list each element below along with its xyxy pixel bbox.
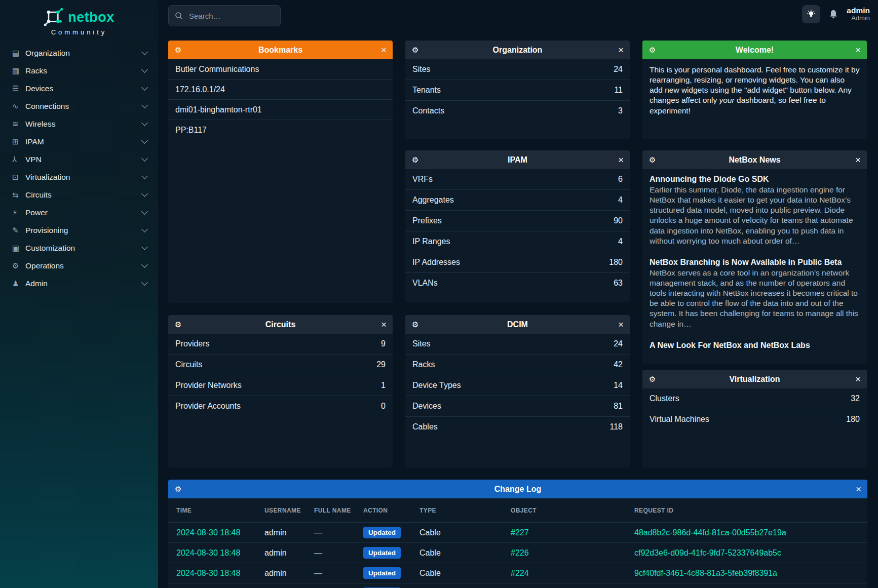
bookmark-item[interactable]: Butler Communications: [168, 59, 393, 80]
theme-toggle-button[interactable]: [802, 5, 820, 23]
stat-row[interactable]: Provider Networks1: [168, 375, 393, 396]
dashboard-column-1: ⚙ Bookmarks × Butler Communications 172.…: [168, 41, 393, 467]
widget-config-icon[interactable]: ⚙: [412, 156, 418, 164]
widget-config-icon[interactable]: ⚙: [649, 156, 656, 164]
stat-row[interactable]: Virtual Machines180: [642, 409, 867, 429]
sidebar-item-ipam[interactable]: ⊞IPAM: [0, 133, 158, 150]
dcim-widget: ⚙ DCIM × Sites24 Racks42 Device Types14 …: [405, 315, 630, 467]
sidebar-item-racks[interactable]: ▦Racks: [0, 62, 158, 80]
widget-close-icon[interactable]: ×: [618, 320, 624, 329]
widget-close-icon[interactable]: ×: [381, 45, 387, 55]
news-headline[interactable]: NetBox Branching is Now Available in Pub…: [650, 258, 860, 267]
welcome-text: This is your personal dashboard. Feel fr…: [642, 59, 867, 122]
search-box[interactable]: [168, 5, 281, 26]
bookmark-item[interactable]: dmi01-binghamton-rtr01: [168, 100, 393, 120]
widget-config-icon[interactable]: ⚙: [412, 46, 418, 54]
change-time-link[interactable]: 2024-08-30 18:48: [176, 569, 240, 577]
widget-title: NetBox News: [642, 155, 867, 165]
news-headline[interactable]: Announcing the Diode Go SDK: [650, 175, 860, 184]
racks-icon: ▦: [12, 66, 25, 75]
stat-row[interactable]: Devices81: [405, 396, 630, 417]
widget-close-icon[interactable]: ×: [856, 484, 861, 494]
stat-row[interactable]: VLANs63: [405, 273, 630, 293]
change-object-link[interactable]: #224: [511, 569, 529, 577]
widget-close-icon[interactable]: ×: [618, 155, 624, 165]
ipam-widget: ⚙ IPAM × VRFs6 Aggregates4 Prefixes90 IP…: [405, 150, 630, 302]
stat-row[interactable]: Aggregates4: [405, 190, 630, 211]
change-object-link[interactable]: #226: [511, 548, 529, 557]
stat-row[interactable]: VRFs6: [405, 169, 630, 190]
widget-config-icon[interactable]: ⚙: [649, 46, 656, 54]
chevron-down-icon: [141, 173, 148, 179]
widget-title: IPAM: [405, 155, 630, 165]
widget-config-icon[interactable]: ⚙: [175, 485, 181, 493]
sidebar-item-operations[interactable]: ⚙Operations: [0, 257, 158, 275]
username: admin: [847, 6, 870, 15]
sidebar-item-virtualization[interactable]: ⊡Virtualization: [0, 168, 158, 186]
dashboard-column-2: ⚙ Organization × Sites24 Tenants11 Conta…: [405, 41, 630, 467]
brand-logo[interactable]: netbox Community: [0, 0, 158, 36]
sidebar-item-connections[interactable]: ∿Connections: [0, 97, 158, 115]
bookmark-item[interactable]: PP:B117: [168, 120, 393, 140]
sidebar-item-wireless[interactable]: ≋Wireless: [0, 115, 158, 133]
stat-row[interactable]: Circuits29: [168, 355, 393, 375]
action-badge[interactable]: Updated: [363, 547, 401, 559]
stat-row[interactable]: Prefixes90: [405, 211, 630, 231]
stat-row[interactable]: Racks42: [405, 355, 630, 375]
widget-close-icon[interactable]: ×: [855, 155, 861, 165]
news-story: Announcing the Diode Go SDK Earlier this…: [642, 169, 867, 252]
changelog-widget-header: ⚙ Change Log ×: [168, 480, 867, 498]
action-badge[interactable]: Updated: [363, 567, 401, 579]
search-input[interactable]: [188, 11, 266, 21]
changelog-header-row: TIME USERNAME FULL NAME ACTION TYPE OBJE…: [168, 498, 867, 523]
widget-close-icon[interactable]: ×: [855, 374, 861, 384]
sidebar-item-power[interactable]: ⚡Power: [0, 204, 158, 221]
widget-close-icon[interactable]: ×: [381, 320, 387, 329]
widget-close-icon[interactable]: ×: [618, 45, 624, 55]
change-time-link[interactable]: 2024-08-30 18:48: [176, 548, 240, 557]
news-headline[interactable]: A New Look For NetBox and NetBox Labs: [650, 341, 860, 350]
change-requestid-link[interactable]: cf92d3e6-d09d-41fc-9fd7-52337649ab5c: [634, 548, 781, 557]
change-fullname: —: [314, 543, 363, 563]
sidebar-item-circuits[interactable]: ⇆Circuits: [0, 186, 158, 204]
widget-config-icon[interactable]: ⚙: [649, 375, 656, 383]
stat-row[interactable]: Device Types14: [405, 375, 630, 396]
sidebar-item-vpn[interactable]: ⅄VPN: [0, 150, 158, 168]
widget-config-icon[interactable]: ⚙: [412, 321, 418, 328]
circuits-widget-header: ⚙ Circuits ×: [168, 315, 393, 334]
stat-row[interactable]: Cables118: [405, 417, 630, 437]
stat-row[interactable]: IP Ranges4: [405, 231, 630, 252]
dcim-widget-header: ⚙ DCIM ×: [405, 315, 630, 334]
virtualization-widget: ⚙ Virtualization × Clusters32 Virtual Ma…: [642, 370, 867, 467]
stat-row[interactable]: IP Addresses180: [405, 252, 630, 273]
sidebar-item-devices[interactable]: ☰Devices: [0, 80, 158, 97]
change-requestid-link[interactable]: 9cf40fdf-3461-4c88-81a3-5feb39f8391a: [634, 569, 777, 577]
sidebar-item-admin[interactable]: ♟Admin: [0, 275, 158, 292]
user-menu[interactable]: admin Admin: [847, 6, 870, 23]
change-time-link[interactable]: 2024-08-30 18:48: [176, 528, 240, 537]
widget-config-icon[interactable]: ⚙: [175, 321, 181, 328]
organization-icon: ▤: [12, 49, 25, 58]
widget-config-icon[interactable]: ⚙: [175, 46, 181, 54]
stat-row[interactable]: Sites24: [405, 59, 630, 80]
chevron-down-icon: [141, 190, 148, 197]
change-object-link[interactable]: #227: [511, 528, 529, 537]
stat-row[interactable]: Providers9: [168, 334, 393, 355]
stat-row[interactable]: Provider Accounts0: [168, 396, 393, 416]
action-badge[interactable]: Updated: [363, 527, 401, 538]
sidebar-item-provisioning[interactable]: ✎Provisioning: [0, 221, 158, 239]
notifications-button[interactable]: [828, 9, 838, 19]
stat-row[interactable]: Contacts3: [405, 101, 630, 121]
bookmark-item[interactable]: 172.16.0.1/24: [168, 80, 393, 100]
stat-row[interactable]: Clusters32: [642, 388, 867, 409]
admin-icon: ♟: [12, 279, 25, 288]
stat-row[interactable]: Sites24: [405, 334, 630, 355]
sidebar-item-customization[interactable]: ▣Customization: [0, 239, 158, 257]
changelog-row: 2024-08-30 18:48 admin — Updated Cable #…: [168, 563, 867, 583]
widget-close-icon[interactable]: ×: [855, 45, 861, 55]
dashboard: ⚙ Bookmarks × Butler Communications 172.…: [168, 41, 867, 588]
sidebar-item-organization[interactable]: ▤Organization: [0, 44, 158, 62]
stat-row[interactable]: Tenants11: [405, 80, 630, 101]
change-requestid-link[interactable]: 48ad8b2c-986d-44fd-81ca-00d55b27e19a: [634, 528, 786, 537]
changelog-row: 2024-08-30 18:47 admin — Updated Cable #…: [168, 583, 867, 588]
